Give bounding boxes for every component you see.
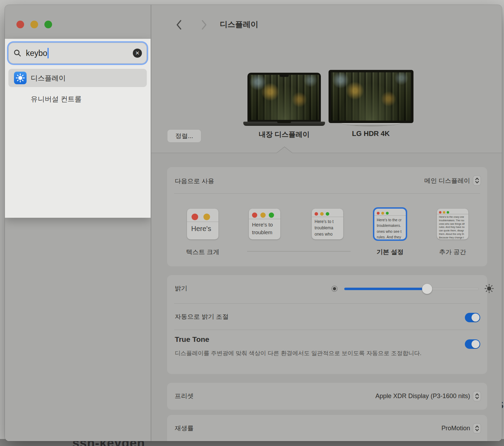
monitor-stand — [341, 123, 401, 126]
preview-traffic-lights — [187, 209, 218, 222]
true-tone-toggle[interactable] — [465, 339, 480, 349]
search-result-label: 디스플레이 — [31, 73, 66, 83]
text-cursor — [48, 48, 49, 58]
preview-text: Here's to the crazy one troublemakers. T… — [437, 214, 468, 239]
forward-button[interactable] — [200, 19, 209, 30]
preview-traffic-lights — [249, 209, 280, 219]
scaling-connector-line — [247, 251, 351, 252]
true-tone-description: 디스플레이를 주변광에 맞춰 색상이 다른 환경에서도 일관적으로 보이도록 자… — [175, 348, 440, 358]
laptop-screen — [247, 73, 321, 122]
refresh-rate-value: ProMotion — [441, 425, 470, 432]
true-tone-label: True Tone — [175, 335, 209, 344]
display-name-builtin: 내장 디스플레이 — [259, 130, 310, 139]
preview-traffic-lights — [312, 209, 343, 217]
preset-dropdown[interactable]: Apple XDR Display (P3-1600 nits) — [375, 391, 481, 401]
stepper-chevrons-icon — [473, 175, 481, 186]
refresh-rate-dropdown[interactable]: ProMotion — [441, 423, 481, 433]
scaling-option-2[interactable]: Here's to troublem — [249, 209, 280, 239]
display-brightness-icon — [14, 72, 27, 84]
scaling-option-more-space[interactable]: Here's to the crazy one troublemakers. T… — [437, 209, 468, 239]
search-icon — [13, 49, 22, 57]
laptop-base — [243, 122, 325, 126]
main-pane: 디스플레이 내장 디스플레이 LG HDR 4K 정렬... — [151, 5, 502, 441]
preview-text: Here's to troublem — [249, 219, 280, 236]
brightness-max-icon — [484, 284, 494, 293]
scaling-option-3[interactable]: Here's to t troublema ones who — [312, 209, 343, 239]
brightness-card: 밝기 — [167, 275, 487, 374]
slider-fill — [344, 288, 427, 290]
preset-label: 프리셋 — [175, 392, 194, 400]
display-name-lg: LG HDR 4K — [352, 130, 390, 138]
arrange-button[interactable]: 정렬... — [167, 129, 201, 143]
scaling-option-default[interactable]: Here's to the cr troublemakers. ones who… — [374, 209, 406, 239]
refresh-rate-label: 재생률 — [175, 424, 194, 432]
search-popover: keybo ✕ — [5, 39, 151, 218]
search-result-displays[interactable]: 디스플레이 — [8, 69, 147, 87]
page-title: 디스플레이 — [220, 19, 258, 30]
wallpaper-preview — [331, 72, 411, 121]
auto-brightness-label: 자동으로 밝기 조절 — [175, 312, 229, 321]
scaling-label-default: 기본 설정 — [376, 248, 403, 256]
row-divider — [174, 330, 480, 330]
window-controls — [16, 21, 52, 28]
row-divider — [174, 303, 480, 304]
scaling-label-more-space: 추가 공간 — [439, 248, 466, 256]
search-value: keybo — [26, 49, 47, 58]
brightness-min-icon — [331, 285, 338, 293]
scaling-option-larger-text[interactable]: Here's — [187, 209, 218, 239]
use-as-value: 메인 디스플레이 — [424, 177, 470, 185]
section-divider — [151, 153, 502, 153]
preview-traffic-lights — [374, 209, 406, 216]
back-button[interactable] — [175, 19, 184, 30]
refresh-rate-card: 재생률 ProMotion — [167, 415, 487, 441]
close-button[interactable] — [16, 21, 24, 28]
stepper-chevrons-icon — [473, 391, 481, 401]
brightness-label: 밝기 — [175, 284, 187, 293]
preview-text: Here's to the cr troublemakers. ones who… — [374, 216, 406, 239]
clear-search-icon[interactable]: ✕ — [133, 49, 142, 58]
preset-card: 프리셋 Apple XDR Display (P3-1600 nits) — [167, 383, 487, 410]
laptop-notch — [280, 75, 289, 77]
selected-display-caret-fill — [277, 147, 292, 153]
display-settings-card: 다음으로 사용 메인 디스플레이 Here's — [167, 167, 487, 266]
preview-text: Here's — [187, 222, 218, 233]
preview-traffic-lights — [437, 209, 468, 214]
minimize-button[interactable] — [30, 21, 38, 28]
zoom-button[interactable] — [44, 21, 52, 28]
use-as-label: 다음으로 사용 — [175, 177, 214, 185]
slider-knob[interactable] — [422, 284, 432, 294]
wallpaper-preview — [250, 75, 319, 120]
system-settings-window: keybo ✕ — [5, 5, 502, 441]
use-as-dropdown[interactable]: 메인 디스플레이 — [424, 175, 481, 186]
monitor-screen — [329, 70, 413, 123]
sidebar: keybo ✕ — [5, 5, 151, 441]
preview-text: Here's to t troublema ones who — [312, 217, 343, 237]
row-divider — [174, 193, 480, 194]
search-result-label: 유니버설 컨트롤 — [31, 94, 82, 104]
stepper-chevrons-icon — [473, 423, 481, 433]
search-input[interactable]: keybo ✕ — [8, 43, 147, 64]
scaling-label-larger-text: 텍스트 크게 — [186, 248, 219, 256]
screen: s ssh-keygen keybo — [0, 0, 504, 446]
preset-value: Apple XDR Display (P3-1600 nits) — [375, 393, 470, 400]
brightness-slider[interactable] — [344, 288, 479, 290]
search-result-universal-control[interactable]: 유니버설 컨트롤 — [8, 90, 147, 108]
auto-brightness-toggle[interactable] — [465, 313, 480, 322]
